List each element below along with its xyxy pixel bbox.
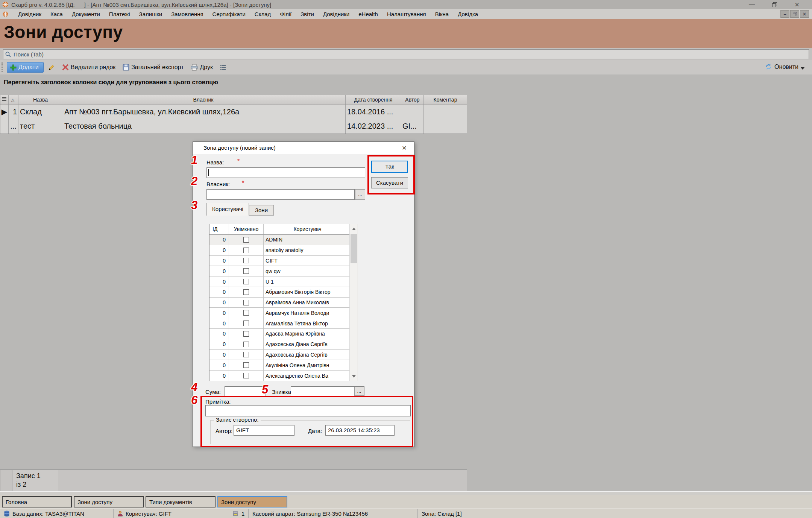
- tab-users[interactable]: Користувачі: [206, 203, 249, 216]
- grid-column-created[interactable]: Дата створення: [346, 95, 401, 105]
- user-checkbox[interactable]: [243, 342, 249, 347]
- user-row[interactable]: 0 Аврамчук Наталія Володи: [209, 308, 358, 318]
- users-column-user[interactable]: Користувач: [264, 224, 349, 234]
- users-column-enabled[interactable]: Увімкнено: [229, 224, 264, 234]
- delete-row-button[interactable]: Видалити рядок: [59, 62, 118, 73]
- mdi-restore-icon[interactable]: [790, 10, 799, 18]
- window-tab-zony-dostupu-1[interactable]: Зони доступу: [74, 496, 144, 507]
- cell-comment[interactable]: [424, 119, 467, 134]
- cell-created[interactable]: 14.02.2023 ...: [346, 119, 401, 134]
- user-row[interactable]: 0 Александренко Олена Ва: [209, 371, 358, 381]
- user-checkbox[interactable]: [243, 289, 249, 295]
- cell-name[interactable]: тест: [18, 119, 61, 134]
- menu-zvity[interactable]: Звіти: [296, 10, 319, 18]
- users-column-id[interactable]: ІД: [209, 224, 229, 234]
- user-checkbox[interactable]: [243, 362, 249, 368]
- cell-owner[interactable]: Апт №003 пгт.Барышевка, ул.Киевский шлях…: [61, 105, 346, 119]
- user-row[interactable]: 0 qw qw: [209, 266, 358, 276]
- menu-dokumenty[interactable]: Документи: [67, 10, 105, 18]
- user-checkbox[interactable]: [243, 352, 249, 357]
- cell-author[interactable]: [401, 105, 424, 119]
- scroll-up-icon[interactable]: [350, 224, 358, 233]
- restore-icon[interactable]: [763, 0, 786, 9]
- user-checkbox[interactable]: [243, 258, 249, 263]
- grid-column-owner[interactable]: Власник: [61, 95, 346, 105]
- tab-zones[interactable]: Зони: [249, 205, 274, 216]
- user-row[interactable]: 0 ADMIN: [209, 235, 358, 245]
- menu-nalashtuvannia[interactable]: Налаштування: [382, 10, 431, 18]
- sum-input[interactable]: [225, 386, 266, 396]
- user-checkbox[interactable]: [243, 237, 249, 243]
- refresh-dropdown-icon[interactable]: [801, 67, 804, 70]
- grid-column-name[interactable]: Назва: [18, 95, 61, 105]
- user-row[interactable]: 0 Агамалієва Тетяна Віктор: [209, 318, 358, 329]
- cell-name[interactable]: Склад: [18, 105, 61, 119]
- grid-column-author[interactable]: Автор: [401, 95, 424, 105]
- cell-comment[interactable]: [424, 105, 467, 119]
- user-checkbox[interactable]: [243, 331, 249, 337]
- discount-input[interactable]: [291, 386, 364, 396]
- user-checkbox[interactable]: [243, 373, 249, 378]
- user-checkbox[interactable]: [243, 310, 249, 316]
- menu-zalyshky[interactable]: Залишки: [135, 10, 167, 18]
- menu-sklad[interactable]: Склад: [250, 10, 275, 18]
- close-icon[interactable]: ×: [786, 0, 808, 9]
- grid-indicator-column-icon[interactable]: [0, 95, 9, 105]
- user-row[interactable]: 0 Адаєва Марина Юріївна: [209, 329, 358, 339]
- dialog-close-icon[interactable]: ×: [399, 143, 410, 153]
- menu-dovidka[interactable]: Довідка: [453, 10, 483, 18]
- user-row[interactable]: 0 Авраімова Анна Миколаїв: [209, 298, 358, 308]
- mdi-minimize-icon[interactable]: –: [780, 10, 789, 18]
- menu-filii[interactable]: Філії: [275, 10, 296, 18]
- minimize-icon[interactable]: —: [741, 0, 763, 9]
- grid-row-test[interactable]: ... тест Тестовая больница 14.02.2023 ..…: [0, 119, 467, 134]
- cell-owner[interactable]: Тестовая больница: [61, 119, 346, 134]
- scroll-thumb[interactable]: [351, 234, 357, 263]
- edit-button[interactable]: Редагувати: [46, 62, 58, 73]
- search-box[interactable]: [3, 49, 809, 59]
- menu-dovidnyk[interactable]: Довідник: [14, 10, 46, 18]
- owner-input[interactable]: [206, 189, 355, 200]
- window-tab-typy-dokumentiv[interactable]: Типи документів: [146, 496, 216, 507]
- menu-kasa[interactable]: Каса: [46, 10, 67, 18]
- list-view-button[interactable]: [217, 62, 229, 72]
- grid-row-sklad[interactable]: ▶ 1 Склад Апт №003 пгт.Барышевка, ул.Кие…: [0, 105, 467, 119]
- window-title: Скарб pro v. 4.0.2.85 [ІД: ] - [Апт №003…: [11, 2, 271, 8]
- user-row[interactable]: 0 Адаховська Діана Сергіїв: [209, 339, 358, 350]
- menu-platezhi[interactable]: Платежі: [105, 10, 135, 18]
- user-row[interactable]: 0 Адаховська Діана Сергіїв: [209, 350, 358, 360]
- refresh-button[interactable]: Оновити: [763, 61, 807, 72]
- cell-author[interactable]: GI...: [401, 119, 424, 134]
- user-checkbox[interactable]: [243, 321, 249, 326]
- user-row[interactable]: 0 GIFT: [209, 256, 358, 266]
- name-input[interactable]: [206, 167, 365, 178]
- grid-column-comment[interactable]: Коментар: [424, 95, 467, 105]
- toolbar-grip[interactable]: [2, 62, 4, 72]
- print-button[interactable]: Друк: [188, 62, 216, 73]
- owner-browse-button[interactable]: ...: [355, 189, 365, 200]
- window-tab-holovna[interactable]: Головна: [2, 496, 72, 507]
- menu-ehealth[interactable]: eHealth: [354, 10, 382, 18]
- users-scrollbar[interactable]: [349, 224, 358, 381]
- add-button[interactable]: Додати: [7, 62, 44, 73]
- discount-browse-button[interactable]: ...: [354, 387, 364, 396]
- user-row[interactable]: 0 U 1: [209, 276, 358, 287]
- grid-sort-icon[interactable]: △: [9, 95, 18, 105]
- user-checkbox[interactable]: [243, 279, 249, 284]
- user-checkbox[interactable]: [243, 248, 249, 253]
- menu-vikna[interactable]: Вікна: [431, 10, 454, 18]
- menu-dovidnyky[interactable]: Довідники: [319, 10, 354, 18]
- mdi-close-icon[interactable]: ✕: [800, 10, 809, 18]
- user-row[interactable]: 0 Абрамович Вікторія Віктор: [209, 287, 358, 298]
- menu-sertyfikaty[interactable]: Сертифікати: [208, 10, 250, 18]
- user-checkbox[interactable]: [243, 300, 249, 305]
- user-checkbox[interactable]: [243, 268, 249, 274]
- export-button[interactable]: Загальний експорт: [120, 62, 186, 73]
- window-tab-zony-dostupu-active[interactable]: Зони доступу: [217, 496, 287, 507]
- menu-zamovlennia[interactable]: Замовлення: [167, 10, 208, 18]
- user-row[interactable]: 0 Акулініна Олена Дмитрівн: [209, 360, 358, 371]
- user-row[interactable]: 0 anatoliy anatoliy: [209, 245, 358, 256]
- cell-created[interactable]: 18.04.2016 ...: [346, 105, 401, 119]
- scroll-down-icon[interactable]: [350, 372, 358, 381]
- search-input[interactable]: [14, 51, 728, 58]
